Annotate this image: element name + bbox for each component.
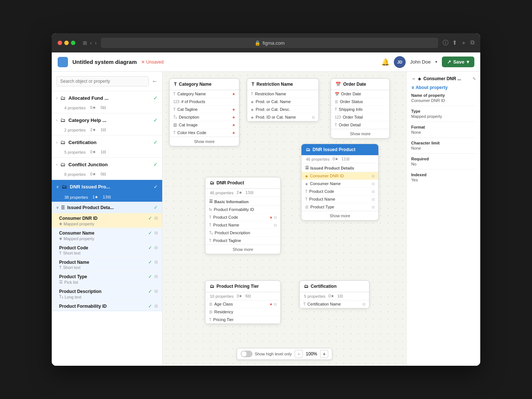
copy-icon[interactable]: ⊟ <box>154 289 158 294</box>
rp-value: Consumer DNR ID <box>411 98 476 103</box>
schema-card-dnr-issued: 🗂 DNR Issued Product 46 properties 0★ 11… <box>301 144 379 221</box>
prop-item-product-name[interactable]: Product Name ✓ ⊟ T Short text <box>52 257 162 272</box>
schema-prop: TCertification Name ⊟ <box>300 300 369 308</box>
card-title: Category Name <box>179 82 211 87</box>
card-meta: 46 properties 0★ 11⊟ <box>301 155 378 163</box>
prop-item-product-type[interactable]: Product Type ✓ ⊟ ☰ Pick list <box>52 272 162 286</box>
schema-prop: T₂Description ★ <box>170 113 239 121</box>
card-section: ☰ Basic Information <box>205 197 280 206</box>
schema-prop: TOrder Detail <box>331 121 389 129</box>
user-name[interactable]: John Doe <box>410 59 431 65</box>
add-tab-icon[interactable]: ＋ <box>461 39 467 47</box>
zoom-level: 100% <box>306 351 317 357</box>
stars-count: 0★ <box>90 150 96 154</box>
card-header: 📅 Order Date <box>331 79 389 90</box>
copy-icon[interactable]: ⊟ <box>154 216 158 221</box>
type-icon: ☰ <box>59 280 63 284</box>
schema-prop: ☰Product Type ⊟ <box>301 203 378 211</box>
user-chevron[interactable]: ▾ <box>435 59 437 64</box>
obj-meta: 38 properties 1★ 13⊟ <box>52 193 162 202</box>
prop-item-consumer-dnr-id[interactable]: Consumer DNR ID ✓ ⊟ ◈ Mapped property <box>52 213 162 228</box>
chevron-icon: › <box>56 163 57 167</box>
card-meta: 10 properties 3★ 6⊟ <box>205 292 280 300</box>
schema-prop: TProduct Name ⊟ <box>205 221 280 229</box>
minimize-button[interactable] <box>64 41 69 45</box>
rp-field-type: Type Mapped property <box>411 109 476 119</box>
canvas[interactable]: T Category Name TCategory Name ★ 123# of… <box>163 72 406 366</box>
copies-count: 1⊟ <box>100 127 106 132</box>
sidebar-toggle[interactable]: ⊞ <box>83 40 87 46</box>
type-text: Mapped property <box>64 236 94 241</box>
rp-label: Name of property <box>411 93 476 98</box>
zoom-plus[interactable]: + <box>320 350 328 358</box>
tabs-icon[interactable]: ⧉ <box>470 39 474 47</box>
card-header: 🗂 Certification <box>300 281 369 292</box>
type-icon: T₂ <box>59 294 63 299</box>
browser-chrome: ⊞ ‹ › 🔒 figma.com ⓘ ⬆ ＋ ⧉ <box>52 33 480 52</box>
card-title: Product Pricing Tier <box>216 284 259 289</box>
bell-icon[interactable]: 🔔 <box>381 58 389 66</box>
card-header: 🗂 DNR Issued Product <box>301 144 378 155</box>
right-panel: → ◈ Consumer DNR ... ✎ ∨ About property … <box>406 72 480 366</box>
address-bar[interactable]: 🔒 figma.com <box>101 38 438 48</box>
stars-count: 0★ <box>90 105 96 110</box>
rp-field-indexed: Indexed Yes <box>411 173 476 182</box>
zoom-minus[interactable]: - <box>295 350 303 358</box>
schema-card-certification: 🗂 Certification 5 properties 0★ 1⊟ TCert… <box>299 280 369 308</box>
obj-name: Conflict Junction <box>68 162 150 167</box>
copy-icon[interactable]: ⊟ <box>154 304 158 308</box>
maximize-button[interactable] <box>71 41 75 45</box>
search-input[interactable] <box>56 76 149 86</box>
rp-value: None <box>411 130 476 134</box>
schema-prop: 🖼Cat Image ★ <box>170 121 239 129</box>
prop-item-product-formability[interactable]: Product Formability ID ✓ ⊟ <box>52 301 162 311</box>
check-icon: ✓ <box>153 139 158 145</box>
schema-prop: T₂Product Description <box>205 229 280 237</box>
save-button[interactable]: ↗ Save ▾ <box>442 57 474 67</box>
rp-section-title[interactable]: ∨ About property <box>411 85 476 90</box>
sidebar: ← › 🗂 Allocated Fund ... ✓ 4 properties … <box>52 72 163 366</box>
schema-prop-consumer-dnr: ◈Consumer DNR ID ⊟ <box>301 172 378 180</box>
prop-group-issued-product[interactable]: ∨ ☰ Issued Product Deta... ✓ <box>52 202 162 213</box>
close-button[interactable] <box>58 41 62 45</box>
schema-prop: TColor Hex Code ★ <box>170 129 239 137</box>
rp-edit-icon[interactable]: ✎ <box>473 76 476 81</box>
toggle-switch[interactable] <box>241 351 253 357</box>
obj-meta: 5 properties 0★ 1⊟ <box>52 149 162 157</box>
back-arrow-icon[interactable]: ← <box>152 78 158 85</box>
card-meta: 46 properties 2★ 13⊟ <box>205 189 280 197</box>
back-button[interactable]: ‹ <box>90 40 92 46</box>
properties-count: 38 properties <box>64 195 88 200</box>
schema-prop: TProduct Code ★⊟ <box>205 214 280 221</box>
info-icon[interactable]: ⓘ <box>443 39 449 47</box>
card-title: DNR Product <box>216 180 244 185</box>
schema-prop: ◈Prod. or Cat. Desc. <box>247 106 318 113</box>
schema-prop: 📅Order Date <box>331 90 389 98</box>
schema-prop: 123# of Products <box>170 98 239 106</box>
obj-meta: 8 properties 0★ 0⊟ <box>52 171 162 180</box>
schema-card-category: T Category Name TCategory Name ★ 123# of… <box>169 78 239 146</box>
prop-item-consumer-name[interactable]: Consumer Name ✓ ⊟ ◈ Mapped property <box>52 228 162 243</box>
rp-value: Mapped property <box>411 114 476 119</box>
prop-item-product-description[interactable]: Product Description ✓ ⊟ T₂ Long text <box>52 286 162 301</box>
show-more[interactable]: Show more <box>205 245 280 254</box>
copy-icon[interactable]: ⊟ <box>154 260 158 265</box>
card-header: 🗂 Product Pricing Tier <box>205 281 280 292</box>
forward-button[interactable]: › <box>95 40 97 46</box>
chevron-icon: › <box>56 96 57 100</box>
show-more[interactable]: Show more <box>331 129 389 138</box>
show-more[interactable]: Show more <box>301 211 378 220</box>
properties-count: 5 properties <box>64 150 86 154</box>
share-icon[interactable]: ⬆ <box>452 39 457 47</box>
obj-meta: 4 properties 0★ 0⊟ <box>52 105 162 113</box>
card-icon: T <box>174 82 177 87</box>
traffic-lights <box>58 41 75 45</box>
show-more[interactable]: Show more <box>170 137 239 146</box>
copy-icon[interactable]: ⊟ <box>154 274 158 279</box>
copy-icon[interactable]: ⊟ <box>154 231 158 235</box>
card-meta: 5 properties 0★ 1⊟ <box>300 292 369 300</box>
prop-check: ✓ <box>148 303 152 309</box>
prop-item-product-code[interactable]: Product Code ✓ ⊟ T Short text <box>52 243 162 257</box>
copy-icon[interactable]: ⊟ <box>154 245 158 250</box>
search-bar: ← <box>52 72 162 91</box>
